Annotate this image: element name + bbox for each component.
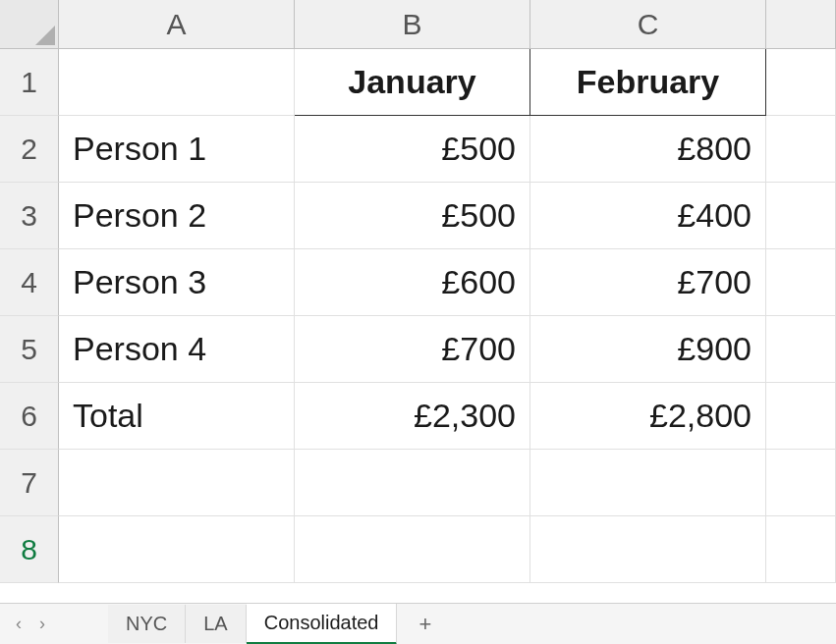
cell-d7[interactable] [766,450,836,516]
sheet-tab-la[interactable]: LA [186,605,246,643]
cell-b8[interactable] [295,516,530,583]
cell-b2[interactable]: £500 [295,116,530,183]
sheet-tab-consolidated[interactable]: Consolidated [247,604,398,645]
add-sheet-button[interactable]: + [397,604,453,645]
cell-d3[interactable] [766,183,836,249]
row-header-1[interactable]: 1 [0,49,59,116]
row-header-6[interactable]: 6 [0,383,59,450]
cell-b4[interactable]: £600 [295,249,530,316]
row-header-8[interactable]: 8 [0,516,59,583]
cell-a1[interactable] [59,49,295,116]
cell-d6[interactable] [766,383,836,450]
cell-a5[interactable]: Person 4 [59,316,295,383]
cell-c6[interactable]: £2,800 [530,383,766,450]
cell-a8[interactable] [59,516,295,583]
cell-d2[interactable] [766,116,836,183]
cell-d1[interactable] [766,49,836,116]
cell-a3[interactable]: Person 2 [59,183,295,249]
row-header-5[interactable]: 5 [0,316,59,383]
cell-d4[interactable] [766,249,836,316]
row-header-4[interactable]: 4 [0,249,59,316]
tab-next-icon[interactable]: › [35,612,49,636]
col-header-a[interactable]: A [59,0,295,49]
cell-a4[interactable]: Person 3 [59,249,295,316]
sheet-tab-nyc[interactable]: NYC [108,605,186,643]
row-header-7[interactable]: 7 [0,450,59,516]
cell-c3[interactable]: £400 [530,183,766,249]
select-all-corner[interactable] [0,0,59,49]
cell-b6[interactable]: £2,300 [295,383,530,450]
cell-c1[interactable]: February [530,49,766,116]
sheet-tabs-bar: ‹ › NYC LA Consolidated + [0,603,836,644]
col-header-d[interactable] [766,0,836,49]
row-header-3[interactable]: 3 [0,183,59,249]
spreadsheet-grid: A B C 1 January February 2 Person 1 £500… [0,0,836,583]
col-header-b[interactable]: B [295,0,530,49]
tab-prev-icon[interactable]: ‹ [12,612,26,636]
cell-a7[interactable] [59,450,295,516]
cell-c4[interactable]: £700 [530,249,766,316]
cell-a2[interactable]: Person 1 [59,116,295,183]
cell-c5[interactable]: £900 [530,316,766,383]
tab-nav: ‹ › [12,612,49,636]
cell-d5[interactable] [766,316,836,383]
cell-c2[interactable]: £800 [530,116,766,183]
cell-a6[interactable]: Total [59,383,295,450]
cell-b1[interactable]: January [295,49,530,116]
cell-d8[interactable] [766,516,836,583]
cell-c8[interactable] [530,516,766,583]
cell-c7[interactable] [530,450,766,516]
cell-b3[interactable]: £500 [295,183,530,249]
col-header-c[interactable]: C [530,0,766,49]
row-header-2[interactable]: 2 [0,116,59,183]
cell-b7[interactable] [295,450,530,516]
cell-b5[interactable]: £700 [295,316,530,383]
